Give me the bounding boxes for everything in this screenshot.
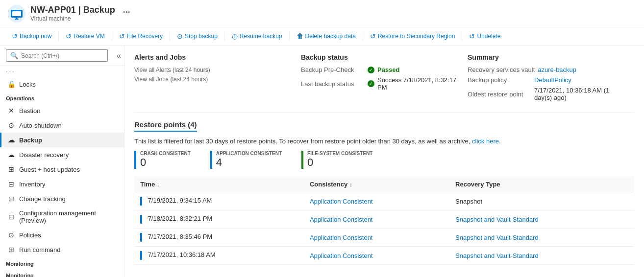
toolbar-separator [289,31,290,41]
sidebar-item-bastion[interactable]: ✕Bastion [0,103,124,118]
row-indicator [140,215,142,224]
row-indicator [140,197,142,206]
sidebar-item-run-command[interactable]: ⊞Run command [0,242,124,257]
col-time-label: Time [140,181,155,188]
vault-row: Recovery services vault azure-backup [468,66,624,73]
time-value: 7/17/2021, 10:36:18 AM [148,251,216,258]
stop-backup-icon: ⊙ [177,32,183,40]
table-row[interactable]: 7/17/2021, 10:36:18 AM Application Consi… [134,247,634,265]
sidebar-item-label-backup: Backup [19,137,42,144]
sidebar-item-backup[interactable]: ☁Backup [0,133,124,147]
toolbar-btn-restore-vm[interactable]: ↺Restore VM [62,30,108,42]
sidebar-item-label-bastion: Bastion [19,107,40,115]
page-title: NW-APP01 | Backup ... [30,5,130,15]
table-body: 7/19/2021, 9:34:15 AM Application Consis… [134,192,634,265]
page-header: NW-APP01 | Backup ... Virtual machine [0,0,644,27]
sidebar-item-configuration-management[interactable]: ⊟Configuration management (Preview) [0,206,124,228]
sidebar-item-change-tracking[interactable]: ⊟Change tracking [0,191,124,206]
toolbar-btn-delete-backup-data[interactable]: 🗑Delete backup data [293,30,360,42]
sidebar-item-disaster-recovery[interactable]: ☁Disaster recovery [0,147,124,162]
last-backup-label: Last backup status [301,80,365,88]
alerts-link-sub: (last 24 hours) [173,67,210,73]
sidebar-item-auto-shutdown[interactable]: ⊙Auto-shutdown [0,118,124,133]
sidebar-item-inventory[interactable]: ⊟Inventory [0,177,124,191]
disaster-recovery-icon: ☁ [7,151,15,159]
consistency-label: APPLICATION CONSISTENT [216,151,282,156]
header-title-block: NW-APP01 | Backup ... Virtual machine [30,5,130,22]
toolbar-btn-resume-backup[interactable]: ◷Resume backup [228,30,286,42]
toolbar-btn-stop-backup[interactable]: ⊙Stop backup [173,30,222,42]
run-command-icon: ⊞ [7,246,15,254]
policies-icon: ⊙ [7,231,15,239]
alerts-link-text: View all Alerts [134,67,171,73]
summary-section: Summary Recovery services vault azure-ba… [468,53,634,104]
sidebar-item-guest-host-updates[interactable]: ⊞Guest + host updates [0,162,124,177]
toolbar-btn-undelete[interactable]: ↺Undelete [465,30,504,42]
recovery-type-value[interactable]: Snapshot and Vault-Standard [455,252,539,259]
row-indicator [140,251,142,260]
restore-points-title: Restore points (4) [134,120,197,132]
cell-recovery-type: Snapshot and Vault-Standard [449,229,634,247]
toolbar-btn-restore-secondary[interactable]: ↺Restore to Secondary Region [366,30,459,42]
consistency-value[interactable]: Application Consistent [310,252,373,259]
toolbar-btn-backup-now[interactable]: ↺Backup now [8,30,55,42]
jobs-link-text: View all Jobs [134,76,169,83]
cell-time: 7/18/2021, 8:32:21 PM [134,210,304,229]
cell-time: 7/19/2021, 9:34:15 AM [134,192,304,210]
table-row[interactable]: 7/18/2021, 8:32:21 PM Application Consis… [134,210,634,229]
time-value: 7/17/2021, 8:35:46 PM [148,233,213,240]
consistency-item-crash-consistent: CRASH CONSISTENT 0 [134,151,202,169]
alerts-jobs-title: Alerts and Jobs [134,53,291,61]
search-input[interactable] [21,52,103,59]
restore-secondary-label: Restore to Secondary Region [378,33,455,40]
ellipsis-menu[interactable]: ... [123,5,130,15]
col-recovery-label: Recovery Type [455,181,500,188]
consistency-value[interactable]: Application Consistent [310,216,373,223]
table-row[interactable]: 7/17/2021, 8:35:46 PM Application Consis… [134,229,634,247]
undelete-icon: ↺ [469,32,475,40]
cell-consistency: Application Consistent [304,247,449,265]
undelete-label: Undelete [477,33,500,40]
last-backup-value: Success 7/18/2021, 8:32:17 PM [377,76,458,91]
backup-icon: ☁ [7,136,15,144]
time-sort-icon[interactable]: ↓ [157,182,160,187]
title-text: NW-APP01 | Backup [30,5,115,15]
precheck-status-icon: ✓ [368,67,374,73]
bastion-icon: ✕ [7,107,15,115]
consistency-row: CRASH CONSISTENT 0 APPLICATION CONSISTEN… [134,151,634,169]
consistency-sort-icon[interactable]: ↕ [349,182,352,187]
oldest-label: Oldest restore point [468,91,531,98]
sidebar-item-label-configuration-management: Configuration management (Preview) [19,209,118,224]
sidebar-item-label-inventory: Inventory [19,181,45,188]
consistency-value[interactable]: Application Consistent [310,198,373,205]
time-value: 7/19/2021, 9:34:15 AM [148,197,212,204]
toolbar-separator [224,31,225,41]
policy-row: Backup policy DefaultPolicy [468,76,624,84]
sidebar-item-label-change-tracking: Change tracking [19,195,66,203]
sidebar-item-label-run-command: Run command [19,246,61,254]
sidebar-item-policies[interactable]: ⊙Policies [0,228,124,242]
last-backup-status-icon: ✓ [368,80,374,87]
sidebar-item-locks[interactable]: 🔒Locks [0,77,124,92]
consistency-value[interactable]: Application Consistent [310,234,373,241]
toolbar-btn-file-recovery[interactable]: ↺File Recovery [115,30,167,42]
sidebar-item-label-auto-shutdown: Auto-shutdown [19,122,62,129]
view-all-jobs-link[interactable]: View all Jobs (last 24 hours) [134,75,291,83]
vault-label: Recovery services vault [468,66,535,73]
vault-value[interactable]: azure-backup [538,66,576,73]
table-row[interactable]: 7/19/2021, 9:34:15 AM Application Consis… [134,192,634,210]
locks-icon: 🔒 [7,80,15,88]
recovery-type-value[interactable]: Snapshot and Vault-Standard [455,216,539,223]
view-all-alerts-link[interactable]: View all Alerts (last 24 hours) [134,66,291,73]
last-backup-row: Last backup status ✓ Success 7/18/2021, … [301,76,458,91]
restore-points-table: Time ↓ Consistency ↕ Recovery Type [134,177,634,265]
change-tracking-icon: ⊟ [7,195,15,203]
sidebar-item-label-disaster-recovery: Disaster recovery [19,151,69,159]
cell-time: 7/17/2021, 8:35:46 PM [134,229,304,247]
restore-notice-link[interactable]: click here. [472,138,501,145]
delete-backup-data-label: Delete backup data [305,33,356,40]
recovery-type-value[interactable]: Snapshot and Vault-Standard [455,234,539,241]
jobs-link-sub: (last 24 hours) [170,76,208,83]
policy-value[interactable]: DefaultPolicy [534,76,571,84]
collapse-sidebar-icon[interactable]: « [114,47,124,64]
